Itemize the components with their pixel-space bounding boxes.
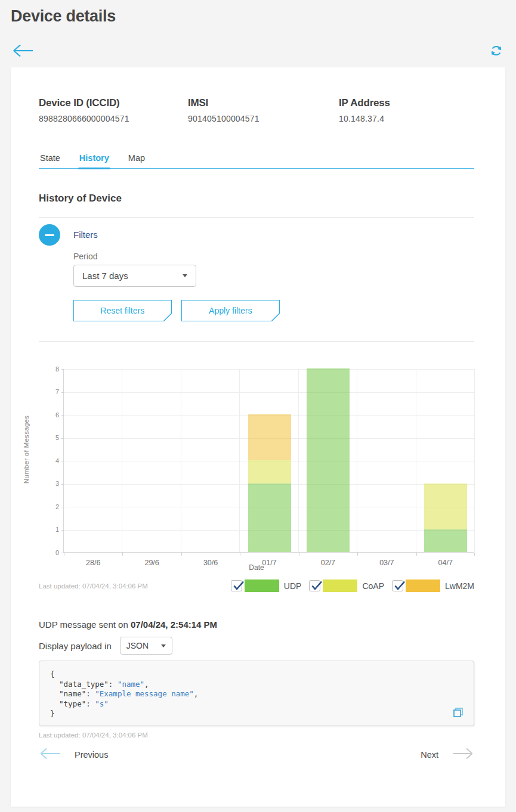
legend-label: UDP — [284, 581, 302, 591]
reset-filters-label: Reset filters — [74, 300, 171, 321]
message-sent-line: UDP message sent on 07/04/24, 2:54:14 PM — [39, 619, 474, 630]
filters-collapse-button[interactable] — [39, 224, 60, 246]
filters-panel: Filters Period Last 7 days Reset filters… — [39, 224, 474, 321]
code-line: { — [50, 670, 463, 680]
divider — [39, 217, 474, 218]
y-tick-label: 6 — [45, 411, 59, 419]
previous-button[interactable]: Previous — [39, 746, 108, 763]
next-button[interactable]: Next — [421, 746, 474, 763]
apply-filters-label: Apply filters — [182, 300, 279, 321]
copy-payload-button[interactable] — [452, 706, 464, 718]
code-line: } — [50, 709, 463, 719]
chevron-down-icon — [183, 274, 187, 277]
legend-checkbox[interactable] — [392, 580, 403, 591]
refresh-button[interactable] — [489, 43, 504, 58]
y-tick-label: 1 — [45, 526, 59, 533]
device-details-card: Device ID (ICCID)8988280666000004571IMSI… — [11, 67, 505, 807]
payload-last-updated: Last updated: 07/04/24, 3:04:06 PM — [39, 732, 474, 739]
apply-filters-button[interactable]: Apply filters — [181, 300, 280, 321]
y-axis-title: Number of Messages — [23, 411, 30, 488]
y-tick — [61, 369, 64, 370]
tab-bar: StateHistoryMap — [39, 153, 474, 169]
y-tick — [61, 415, 64, 416]
tab-history[interactable]: History — [78, 153, 110, 168]
chevron-down-icon — [161, 644, 166, 647]
y-tick-label: 2 — [45, 503, 59, 510]
bar-coap-01/7 — [248, 460, 291, 484]
chart-plot-area: 01234567828/629/630/601/702/703/704/7 — [63, 369, 474, 553]
page-title: Device details — [11, 7, 516, 26]
bar-udp-04/7 — [424, 529, 467, 553]
legend-item-udp[interactable]: UDP — [231, 579, 302, 592]
y-tick — [61, 438, 64, 439]
y-tick-label: 4 — [45, 457, 59, 464]
x-tick — [240, 553, 240, 556]
bar-lwm2m-01/7 — [248, 414, 291, 460]
refresh-icon — [489, 51, 504, 60]
x-axis-title: Date — [39, 563, 474, 572]
device-field: Device ID (ICCID)8988280666000004571 — [39, 97, 188, 123]
x-tick — [122, 553, 123, 556]
code-line: "data_type": "name", — [50, 680, 463, 690]
device-field-label: IMSI — [188, 97, 339, 109]
payload-format-select[interactable]: JSON — [120, 637, 172, 655]
tab-state[interactable]: State — [39, 153, 61, 168]
chart-last-updated: Last updated: 07/04/24, 3:04:06 PM — [39, 582, 148, 590]
device-field: IMSI901405100004571 — [188, 97, 339, 123]
arrow-left-icon — [39, 746, 61, 763]
gridline — [122, 369, 122, 552]
tab-map[interactable]: Map — [127, 153, 146, 168]
payload-code-block: { "data_type": "name", "name": "Example … — [39, 661, 474, 726]
gridline — [416, 369, 416, 552]
legend-label: CoAP — [362, 581, 384, 591]
gridline — [357, 369, 357, 552]
message-sent-prefix: UDP message sent on — [39, 619, 131, 630]
x-tick — [357, 553, 358, 556]
x-tick — [64, 553, 64, 556]
y-tick — [61, 530, 64, 531]
legend-label: LwM2M — [445, 581, 474, 591]
section-title: History of Device — [39, 193, 474, 204]
code-line: "name": "Example message name", — [50, 689, 463, 699]
gridline — [64, 369, 474, 370]
message-sent-timestamp: 07/04/24, 2:54:14 PM — [131, 619, 217, 630]
arrow-left-icon — [11, 51, 35, 60]
legend-item-coap[interactable]: CoAP — [309, 579, 384, 592]
bar-udp-02/7 — [307, 368, 350, 552]
minus-icon — [45, 234, 54, 236]
device-info: Device ID (ICCID)8988280666000004571IMSI… — [39, 97, 474, 123]
y-tick-label: 0 — [45, 549, 59, 556]
period-label: Period — [73, 252, 280, 261]
y-tick-label: 7 — [45, 388, 59, 395]
legend-checkbox[interactable] — [309, 580, 320, 591]
x-tick — [474, 553, 475, 556]
gridline — [239, 369, 240, 552]
device-field-label: Device ID (ICCID) — [39, 97, 188, 109]
pagination: Previous Next — [39, 746, 474, 764]
back-button[interactable] — [11, 43, 35, 58]
display-payload-label: Display payload in — [39, 641, 112, 651]
y-tick — [61, 507, 64, 507]
chart-legend: UDPCoAPLwM2M — [231, 579, 474, 592]
device-field-value: 10.148.37.4 — [339, 114, 390, 123]
period-select-value: Last 7 days — [82, 271, 128, 281]
filters-title[interactable]: Filters — [73, 224, 280, 246]
device-field-value: 8988280666000004571 — [39, 114, 188, 123]
legend-swatch — [245, 579, 279, 592]
gridline — [64, 392, 474, 393]
device-field-label: IP Address — [339, 97, 390, 109]
y-tick-label: 8 — [45, 365, 59, 373]
x-tick — [416, 553, 417, 556]
device-field-value: 901405100004571 — [188, 114, 339, 123]
period-select[interactable]: Last 7 days — [73, 265, 196, 287]
x-tick — [299, 553, 299, 556]
device-field: IP Address10.148.37.4 — [339, 97, 390, 123]
legend-item-lwm2m[interactable]: LwM2M — [392, 579, 474, 592]
gridline — [181, 369, 181, 552]
y-tick-label: 3 — [45, 480, 59, 487]
code-line: "type": "s" — [50, 699, 463, 709]
messages-history-chart: Number of Messages 01234567828/629/630/6… — [39, 358, 474, 597]
toolbar — [0, 26, 516, 59]
reset-filters-button[interactable]: Reset filters — [73, 300, 172, 321]
legend-checkbox[interactable] — [231, 580, 242, 591]
